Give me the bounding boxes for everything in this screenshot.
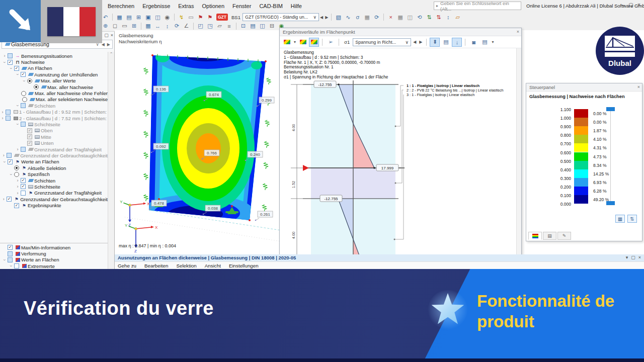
window-select-icon[interactable]: ▭ — [120, 22, 129, 30]
pick-point-icon[interactable]: ➢ — [326, 38, 336, 47]
tree-item[interactable]: ›Max. aller Werte — [0, 78, 108, 84]
restore-icon[interactable]: ▢ — [627, 2, 635, 8]
menu-extras[interactable]: Extras — [174, 2, 198, 10]
search-input[interactable]: ▸ Geben Sie ein Schlüsselwort ein (Alt..… — [434, 2, 521, 10]
node-icon[interactable]: ⊡ — [239, 22, 248, 30]
views-icon[interactable]: ◫ — [258, 22, 267, 30]
next-result-icon[interactable]: ▶ — [419, 40, 422, 44]
results-icon[interactable]: ▧ — [334, 13, 343, 21]
results-scrollbar[interactable] — [516, 48, 521, 268]
plane-icon[interactable]: ▱ — [215, 22, 224, 30]
close-icon[interactable]: × — [637, 84, 640, 89]
snap-icon[interactable]: ⊞ — [130, 22, 138, 30]
pin-icon[interactable]: ▾ — [626, 255, 628, 260]
checkbox[interactable]: ✓ — [21, 72, 26, 77]
menu-fenster[interactable]: Fenster — [228, 2, 255, 10]
tab-color-scale[interactable] — [528, 232, 542, 240]
tree-item[interactable]: Verformung — [0, 250, 108, 256]
checkbox[interactable] — [6, 116, 11, 121]
z-direction-icon[interactable]: ↓ — [452, 38, 462, 47]
tree-item[interactable]: ›→Bemessungssituationen — [0, 53, 108, 59]
prev-loadcase-icon[interactable]: ◀ — [320, 15, 323, 20]
collapse-icon[interactable]: ⊟ — [268, 22, 276, 30]
tab-filter[interactable]: ✎ — [557, 232, 571, 240]
view-grid-icon[interactable]: ▦ — [115, 13, 124, 21]
radio-button[interactable] — [21, 91, 26, 96]
tree-item[interactable]: ›Schichtseite — [0, 121, 108, 127]
checkbox[interactable]: ✓ — [8, 159, 13, 164]
tab-factors[interactable]: ▤ — [543, 232, 556, 240]
expander-icon[interactable]: › — [15, 122, 20, 127]
grid-icon[interactable]: ▦ — [144, 22, 152, 30]
close-icon[interactable]: × — [111, 33, 113, 38]
view-split-icon[interactable]: ⊞ — [134, 13, 143, 21]
expander-icon[interactable]: › — [15, 147, 20, 152]
checkbox[interactable] — [8, 251, 13, 256]
radio-button[interactable] — [22, 97, 27, 102]
menu-berechnen[interactable]: Berechnen — [104, 2, 138, 10]
close-icon[interactable]: × — [638, 255, 641, 260]
expander-icon[interactable]: › — [0, 110, 5, 115]
viewmenu-gehezu[interactable]: Gehe zu — [118, 263, 136, 268]
prev-result-icon[interactable]: ◀ — [413, 40, 416, 44]
checkbox[interactable] — [14, 263, 19, 268]
expander-icon[interactable]: › — [1, 197, 6, 202]
tree-item[interactable]: ›✓Ausnutzung der Umhüllenden — [0, 71, 108, 77]
checkbox[interactable] — [8, 53, 13, 58]
print-dropdown-icon[interactable]: ▾ — [492, 40, 494, 44]
expander-icon[interactable]: › — [15, 178, 20, 183]
tree-item[interactable]: ›Werte an Flächen — [0, 257, 108, 263]
tree-item[interactable]: ⚑Aktuelle Selektion — [0, 165, 108, 171]
minimize-icon[interactable]: – — [619, 2, 627, 8]
rotate-icon[interactable]: ⟲ — [415, 13, 424, 21]
delete-results-icon[interactable]: × — [386, 13, 395, 21]
tree-item[interactable]: ›✓Schichten — [0, 177, 108, 184]
grid2-icon[interactable]: ▦ — [396, 13, 405, 21]
checkbox[interactable]: ✓ — [27, 141, 32, 146]
checkbox[interactable]: ✓ — [7, 197, 12, 202]
expander-icon[interactable]: › — [0, 116, 5, 121]
checkbox[interactable] — [21, 103, 26, 108]
viewmenu-selektion[interactable]: Selektion — [176, 263, 196, 268]
expander-icon[interactable]: › — [2, 60, 7, 65]
tree-item[interactable]: ✓⚑Ergebnispunkte — [0, 202, 108, 208]
expander-icon[interactable]: › — [2, 53, 7, 58]
checkbox[interactable] — [21, 122, 26, 127]
radio-button[interactable] — [14, 165, 19, 170]
axes2-icon[interactable]: ⇅ — [434, 13, 443, 21]
tree-item[interactable]: ›✓⊓Nachweise — [0, 59, 108, 65]
navigator-scrollbar[interactable]: ⌃ — [108, 52, 114, 269]
section-position-arrow[interactable] — [303, 165, 309, 171]
close-icon[interactable]: × — [635, 2, 643, 8]
tree-item[interactable]: ›Grenzzustand der Gebrauchstauglichkeit — [0, 152, 108, 158]
checkbox[interactable] — [6, 110, 11, 115]
dropdown-arrow-icon[interactable]: ▾ — [294, 40, 296, 44]
checkbox[interactable] — [21, 147, 26, 152]
tree-item[interactable]: ›⚑Spezifisch — [0, 171, 108, 177]
angle-icon[interactable]: ∠ — [182, 22, 191, 30]
expander-icon[interactable]: › — [15, 103, 20, 108]
refresh-icon[interactable]: ⟳ — [372, 13, 381, 21]
tree-item[interactable]: ›1 - Glasaufbau | d : 9.52 mm | Schichte… — [0, 109, 108, 115]
checkbox[interactable]: ✓ — [14, 203, 19, 208]
flag-icon[interactable]: ⚑ — [196, 13, 205, 21]
tree-item[interactable]: ✓Oben — [0, 128, 108, 134]
checkbox[interactable]: ✓ — [14, 66, 19, 71]
move-y-icon[interactable]: ↕ — [163, 22, 172, 30]
list-icon[interactable]: ≡ — [225, 22, 233, 30]
expander-icon[interactable]: › — [2, 257, 7, 262]
panel2-icon[interactable]: ◫ — [406, 13, 414, 21]
next-loadcase-icon[interactable]: ▶ — [325, 15, 328, 20]
table-view-icon[interactable]: ▤ — [441, 38, 451, 47]
view-panel-icon[interactable]: ◫ — [153, 13, 162, 21]
expander-icon[interactable]: › — [22, 78, 27, 83]
radio-button[interactable] — [34, 84, 39, 89]
checkbox[interactable]: ✓ — [27, 134, 32, 139]
expander-icon[interactable]: › — [15, 72, 20, 77]
axes-icon[interactable]: ⇅ — [425, 13, 433, 21]
move-x-icon[interactable]: ↔ — [153, 22, 162, 30]
expander-icon[interactable]: › — [15, 191, 20, 196]
folder-icon[interactable]: ▱ — [453, 13, 462, 21]
mesh-icon[interactable]: ▦ — [363, 13, 371, 21]
tree-item[interactable]: Max. aller Nachweise — [0, 84, 108, 90]
